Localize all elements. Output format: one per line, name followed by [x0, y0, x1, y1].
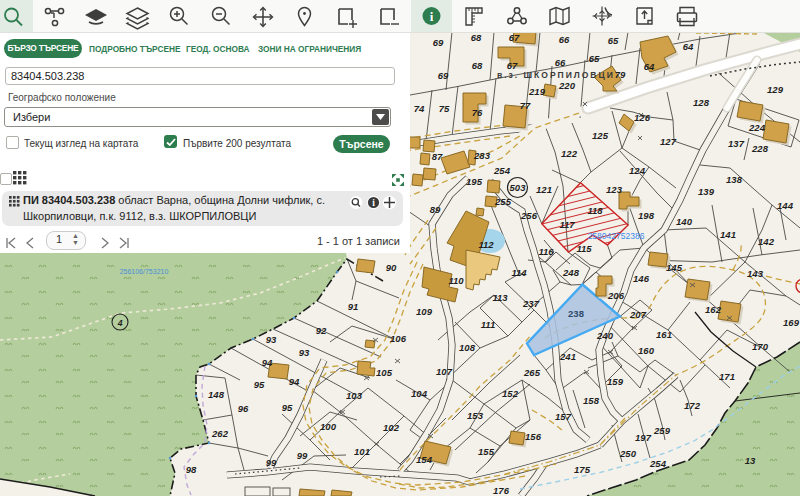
svg-text:69: 69 — [433, 37, 444, 48]
svg-text:101: 101 — [354, 446, 370, 457]
svg-text:66: 66 — [559, 34, 570, 45]
svg-text:144: 144 — [777, 200, 794, 211]
svg-text:111: 111 — [481, 319, 495, 330]
svg-text:100: 100 — [320, 421, 337, 432]
svg-text:161: 161 — [656, 329, 672, 340]
svg-text:152: 152 — [502, 388, 519, 399]
svg-text:171: 171 — [719, 371, 735, 382]
svg-text:238: 238 — [568, 308, 584, 319]
svg-text:127: 127 — [660, 136, 677, 147]
svg-text:98: 98 — [186, 464, 197, 475]
svg-text:155: 155 — [478, 446, 495, 457]
svg-text:121: 121 — [536, 184, 552, 195]
svg-text:262: 262 — [211, 428, 229, 439]
svg-text:115: 115 — [576, 243, 592, 254]
svg-text:503: 503 — [510, 182, 527, 193]
svg-text:258042752386: 258042752386 — [588, 231, 645, 241]
svg-text:105: 105 — [376, 367, 393, 378]
svg-text:64: 64 — [644, 61, 655, 72]
svg-text:93: 93 — [266, 334, 277, 345]
svg-text:169: 169 — [783, 317, 800, 328]
svg-text:96: 96 — [238, 403, 249, 414]
svg-text:148: 148 — [208, 389, 225, 400]
svg-text:122: 122 — [561, 148, 578, 159]
svg-text:197: 197 — [635, 432, 652, 443]
svg-text:206: 206 — [607, 290, 625, 301]
svg-text:160: 160 — [638, 345, 655, 356]
svg-text:91: 91 — [348, 301, 359, 312]
svg-text:99: 99 — [266, 457, 277, 468]
svg-text:68: 68 — [472, 60, 483, 71]
svg-text:248: 248 — [562, 267, 580, 278]
svg-text:104: 104 — [411, 388, 428, 399]
svg-text:255: 255 — [494, 196, 512, 207]
svg-text:в.з. ШКОРПИЛОВЦИ: в.з. ШКОРПИЛОВЦИ — [497, 70, 615, 80]
svg-text:228: 228 — [751, 143, 769, 154]
svg-text:103: 103 — [346, 390, 363, 401]
svg-text:118: 118 — [587, 205, 603, 216]
svg-text:146: 146 — [633, 273, 650, 284]
svg-text:143: 143 — [747, 268, 764, 279]
svg-text:99: 99 — [297, 450, 308, 461]
svg-text:219: 219 — [528, 86, 546, 97]
svg-text:259: 259 — [653, 425, 671, 436]
svg-text:170: 170 — [752, 341, 769, 352]
svg-text:68: 68 — [471, 32, 482, 43]
svg-text:77: 77 — [520, 100, 531, 111]
svg-text:108: 108 — [459, 342, 476, 353]
svg-text:114: 114 — [511, 267, 527, 278]
svg-text:106: 106 — [390, 333, 407, 344]
svg-text:74: 74 — [414, 103, 425, 114]
svg-text:69: 69 — [438, 70, 449, 81]
svg-text:145: 145 — [666, 262, 683, 273]
svg-text:153: 153 — [467, 410, 484, 421]
svg-text:283: 283 — [473, 150, 491, 161]
svg-text:i: i — [430, 9, 434, 24]
svg-text:157: 157 — [555, 411, 572, 422]
svg-text:158: 158 — [583, 395, 600, 406]
svg-text:65: 65 — [608, 35, 619, 46]
svg-text:176: 176 — [493, 485, 510, 496]
svg-text:254: 254 — [649, 458, 667, 469]
svg-text:13: 13 — [745, 455, 756, 466]
svg-text:198: 198 — [638, 210, 655, 221]
svg-text:95: 95 — [282, 402, 293, 413]
svg-text:159: 159 — [607, 376, 624, 387]
svg-text:240: 240 — [596, 330, 614, 341]
svg-text:156: 156 — [525, 431, 542, 442]
svg-text:87: 87 — [432, 151, 443, 162]
svg-text:89: 89 — [430, 204, 441, 215]
svg-text:110: 110 — [448, 275, 464, 286]
svg-text:75: 75 — [439, 103, 450, 114]
svg-text:129: 129 — [767, 84, 784, 95]
svg-text:90: 90 — [386, 262, 397, 273]
svg-text:141: 141 — [720, 229, 736, 240]
svg-text:137: 137 — [728, 138, 745, 149]
svg-text:195: 195 — [466, 176, 483, 187]
svg-text:102: 102 — [383, 422, 400, 433]
svg-text:123: 123 — [606, 184, 623, 195]
svg-text:265: 265 — [523, 367, 541, 378]
svg-text:142: 142 — [758, 236, 775, 247]
svg-text:254: 254 — [493, 165, 511, 176]
svg-text:172: 172 — [684, 400, 701, 411]
svg-text:140: 140 — [676, 216, 693, 227]
svg-text:79: 79 — [615, 69, 626, 80]
svg-text:67: 67 — [509, 32, 520, 43]
svg-text:220: 220 — [558, 80, 576, 91]
svg-text:113: 113 — [492, 292, 508, 303]
svg-text:139: 139 — [698, 186, 715, 197]
svg-text:128: 128 — [693, 97, 710, 108]
svg-text:256106/753210: 256106/753210 — [120, 268, 169, 275]
svg-text:94: 94 — [262, 357, 273, 368]
svg-text:237: 237 — [522, 298, 540, 309]
svg-text:241: 241 — [559, 351, 576, 362]
svg-text:94: 94 — [289, 376, 300, 387]
svg-text:65: 65 — [589, 53, 600, 64]
svg-text:117: 117 — [559, 219, 575, 230]
svg-text:175: 175 — [574, 464, 591, 475]
svg-text:92: 92 — [316, 325, 327, 336]
svg-text:93: 93 — [299, 347, 310, 358]
svg-text:162: 162 — [705, 304, 722, 315]
svg-text:109: 109 — [416, 306, 433, 317]
